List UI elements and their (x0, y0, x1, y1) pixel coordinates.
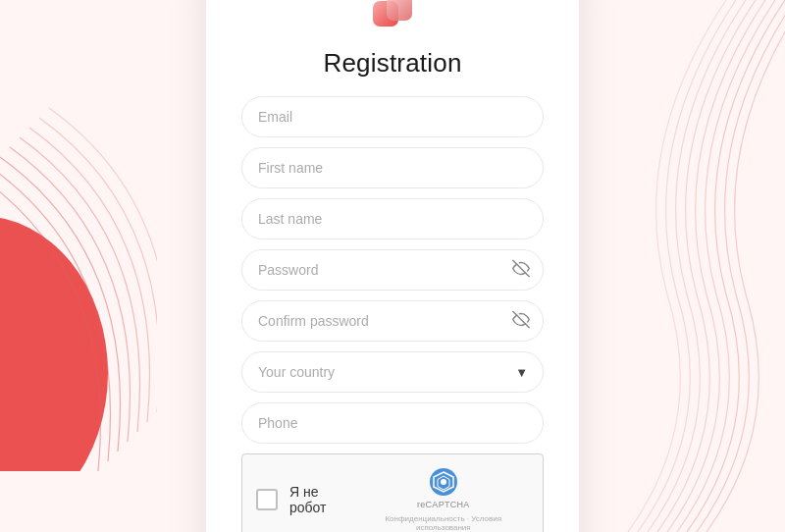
email-group (241, 96, 544, 137)
password-group (241, 249, 544, 291)
email-input[interactable] (241, 96, 544, 137)
firstname-input[interactable] (241, 147, 544, 188)
password-toggle-icon[interactable] (512, 260, 530, 281)
logo-wrap (241, 0, 544, 38)
phone-group (241, 402, 544, 444)
phone-input[interactable] (241, 402, 544, 444)
confirm-password-toggle-icon[interactable] (512, 311, 530, 332)
recaptcha-checkbox[interactable] (256, 489, 278, 510)
country-select[interactable]: Your country (241, 351, 544, 393)
recaptcha-right: reCAPTCHA Конфиденциальность · Условия и… (358, 466, 529, 532)
registration-card: FR ▾ Registration (206, 0, 579, 532)
bg-decoration-left (0, 79, 157, 471)
password-input[interactable] (241, 249, 544, 291)
page-title: Registration (241, 48, 544, 79)
bg-decoration-right (608, 0, 785, 532)
lastname-group (241, 198, 544, 239)
recaptcha-logo-icon (428, 466, 459, 498)
firstname-group (241, 147, 544, 188)
recaptcha-brand: reCAPTCHA (417, 500, 470, 509)
recaptcha-left: Я не робот (256, 484, 358, 515)
svg-rect-2 (387, 0, 412, 21)
recaptcha-privacy: Конфиденциальность (385, 514, 464, 523)
svg-point-6 (441, 479, 446, 485)
recaptcha-label: Я не робот (289, 484, 358, 515)
recaptcha-box: Я не робот reCAPTCHA Конфиденциальность … (241, 453, 544, 532)
svg-point-0 (0, 216, 108, 471)
confirm-password-input[interactable] (241, 300, 544, 342)
recaptcha-links: Конфиденциальность · Условия использован… (358, 514, 529, 532)
app-logo (367, 0, 418, 38)
country-group: Your country ▼ (241, 351, 544, 393)
confirm-password-group (241, 300, 544, 342)
lastname-input[interactable] (241, 198, 544, 239)
